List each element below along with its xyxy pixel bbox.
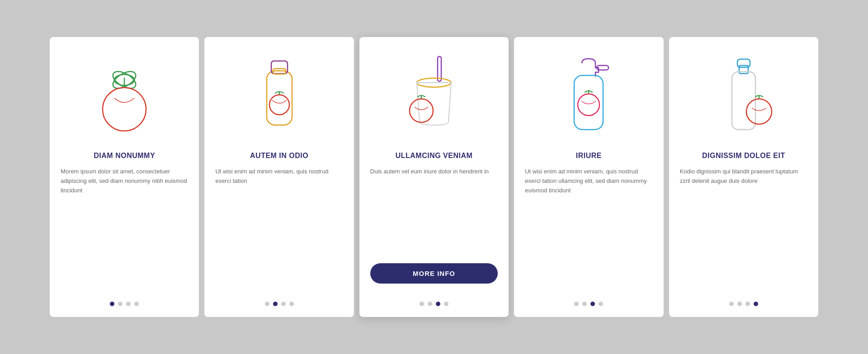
dot [444, 302, 448, 306]
card-1-dots [110, 293, 139, 306]
dot [574, 302, 579, 306]
svg-rect-5 [267, 71, 292, 125]
card-2-text: Ut wisi enim ad minim veniam, quis nostr… [215, 167, 343, 293]
svg-point-12 [410, 99, 433, 122]
card-5-text: Kodio dignissim qui blandit praesent lup… [680, 167, 807, 293]
bottle-tomato-icon [243, 51, 316, 141]
svg-point-8 [269, 95, 289, 115]
svg-rect-19 [739, 65, 748, 74]
dot [265, 302, 269, 306]
dot [126, 302, 131, 306]
card-2-title: AUTEM IN ODIO [250, 152, 308, 160]
dot [582, 302, 587, 306]
cards-container: DIAM NONUMMY Morem ipsum dolor sit amet,… [50, 37, 818, 317]
dot [118, 302, 123, 306]
dot [281, 302, 286, 306]
card-2: AUTEM IN ODIO Ut wisi enim ad minim veni… [204, 37, 354, 317]
dot-active [754, 302, 758, 306]
card-4: IRIURE Ut wisi enim ad minim veniam, qui… [514, 37, 663, 317]
cup-tomato-icon [398, 51, 470, 141]
dot [599, 302, 603, 306]
dot [420, 302, 424, 306]
dot-active [273, 302, 278, 306]
card-1-text: Morem ipsum dolor sit amet, consectetuer… [61, 167, 188, 293]
pump-bottle-icon [552, 51, 625, 141]
card-4-title: IRIURE [576, 152, 602, 160]
card-5-dots [729, 293, 758, 306]
dot [428, 302, 432, 306]
svg-point-21 [746, 99, 772, 124]
dot [729, 302, 734, 306]
card-4-dots [574, 293, 603, 306]
card-4-text: Ut wisi enim ad minim veniam, quis nostr… [525, 167, 652, 293]
svg-point-4 [103, 88, 146, 131]
card-5: DIGNISSIM DOLOE EIT Kodio dignissim qui … [669, 37, 818, 317]
card-2-dots [265, 293, 294, 306]
card-3-text: Duis autem vel eum iriure dolor in hendr… [370, 167, 498, 254]
card-1: DIAM NONUMMY Morem ipsum dolor sit amet,… [50, 37, 199, 317]
card-3: ULLAMCING VENIAM Duis autem vel eum iriu… [359, 37, 509, 317]
more-info-button[interactable]: MORE INFO [370, 263, 498, 284]
card-1-title: DIAM NONUMMY [94, 152, 155, 160]
card-5-title: DIGNISSIM DOLOE EIT [702, 152, 785, 160]
dot-active [110, 302, 114, 306]
dot-active [590, 302, 595, 306]
dot [134, 302, 139, 306]
svg-rect-10 [438, 56, 441, 81]
dot [289, 302, 294, 306]
card-3-dots [420, 293, 448, 306]
bottle-tomato-2-icon [708, 51, 780, 141]
dot-active [436, 302, 440, 306]
tomato-leaves-icon [88, 51, 160, 141]
dot [745, 302, 750, 306]
svg-point-16 [578, 94, 599, 116]
dot [737, 302, 742, 306]
svg-rect-6 [271, 61, 288, 74]
card-3-title: ULLAMCING VENIAM [396, 152, 473, 160]
